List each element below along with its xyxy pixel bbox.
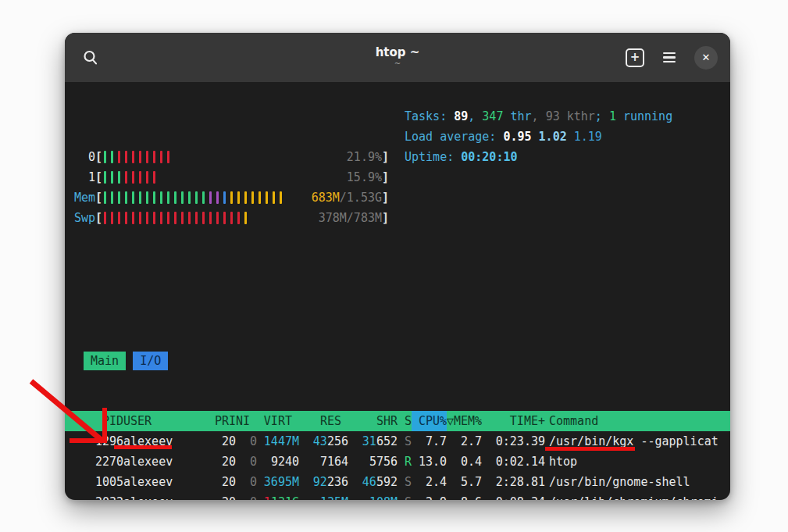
- text-segment: 5.7: [461, 475, 482, 489]
- meter-bar: [139, 151, 141, 163]
- text-segment: 378M/783M: [319, 211, 382, 225]
- cell-cmd: /usr/bin/kgx --gapplicat: [545, 431, 722, 452]
- cell-virt: 1131G: [257, 492, 299, 500]
- cell-shr: 46592: [348, 472, 398, 492]
- text-segment: 0.95: [503, 130, 531, 144]
- text-segment: 2.4: [426, 475, 447, 489]
- meter-caption: 1: [74, 167, 95, 187]
- text-segment: 43: [313, 434, 327, 448]
- text-segment: 0.4: [461, 455, 482, 469]
- swp-meter: Swp[378M/783M]: [74, 208, 722, 228]
- screen-tabs: MainI/O: [74, 350, 722, 370]
- cell-ni: 0: [236, 431, 257, 452]
- meter-bar: [104, 212, 106, 224]
- cell-mem: 0.4: [447, 452, 482, 472]
- mem-meter: Mem[683M/1.53G]: [74, 187, 722, 208]
- text-segment: alexeev: [123, 475, 173, 489]
- text-segment: ]: [382, 150, 389, 164]
- text-segment: 1296: [95, 434, 123, 448]
- tab-io[interactable]: I/O: [133, 352, 168, 370]
- meter-caption: 0: [74, 147, 95, 167]
- column-header-pid[interactable]: PID: [74, 411, 123, 431]
- meter-bar: [153, 212, 155, 224]
- column-header-s[interactable]: S: [398, 411, 412, 431]
- meter-bar: [125, 151, 127, 163]
- meter-bar: [160, 151, 162, 163]
- meter-bar: [132, 151, 134, 163]
- system-stats: Tasks: 89, 347 thr, 93 kthr; 1 runningLo…: [405, 106, 672, 167]
- column-header-ni[interactable]: NI: [236, 411, 257, 431]
- tab-main[interactable]: Main: [84, 352, 126, 370]
- column-header-shr[interactable]: SHR: [348, 411, 398, 431]
- meter-bar: [237, 212, 240, 224]
- terminal-content: 0[21.9%]1[15.9%]Mem[683M/1.53G]Swp[378M/…: [65, 82, 730, 500]
- process-row[interactable]: 2032alexeev2001131G135M108MS2.98.60:08.3…: [74, 492, 722, 500]
- meter-bar: [216, 191, 219, 204]
- text-segment: 20: [222, 475, 236, 489]
- new-tab-button[interactable]: +: [626, 48, 644, 67]
- meter-bar: [132, 171, 134, 184]
- text-segment: ]: [382, 211, 389, 225]
- cell-s: R: [398, 452, 412, 472]
- column-header-cpu[interactable]: CPU%: [412, 411, 447, 431]
- meter-bracket: [: [95, 208, 102, 228]
- column-header-user[interactable]: USER: [123, 411, 194, 431]
- cell-pid: 1005: [74, 472, 123, 492]
- meter-bar: [223, 212, 226, 224]
- meter-bar: [125, 212, 127, 224]
- cell-time: 2:28.81: [482, 472, 545, 492]
- cell-mem: 8.6: [447, 492, 482, 500]
- cell-cpu: 13.0: [412, 452, 447, 472]
- column-header-pri[interactable]: PRI: [194, 411, 236, 431]
- meter-bar: [188, 191, 191, 204]
- meter-bar: [153, 171, 155, 184]
- text-segment: htop: [549, 455, 577, 469]
- cell-res: 43256: [299, 431, 348, 452]
- column-header-res[interactable]: RES: [299, 411, 348, 431]
- search-button[interactable]: [80, 48, 101, 68]
- meter-bar: [118, 212, 120, 224]
- meter-bars: [104, 191, 282, 204]
- column-header-cmd[interactable]: Command: [545, 411, 722, 431]
- text-segment: 108M: [369, 495, 398, 500]
- menu-button[interactable]: [663, 52, 676, 63]
- text-segment: ]: [382, 191, 389, 205]
- text-segment: 3695M: [264, 475, 299, 489]
- process-row[interactable]: 1296alexeev2001447M4325631652S7.72.70:23…: [74, 431, 722, 452]
- column-header-time[interactable]: TIME+: [482, 411, 545, 431]
- meter-bar: [167, 212, 169, 224]
- meter-bar: [174, 212, 176, 224]
- plus-icon: +: [630, 52, 640, 63]
- text-segment: 347: [482, 109, 503, 123]
- blank-line: [74, 289, 722, 309]
- meter-bar: [167, 151, 169, 163]
- text-segment: ,: [532, 109, 546, 123]
- process-row[interactable]: 2270alexeev200924071645756R13.00.40:02.1…: [74, 452, 722, 472]
- meter-bar: [230, 191, 233, 204]
- column-header-virt[interactable]: VIRT: [257, 411, 299, 431]
- text-segment: 1: [609, 109, 616, 123]
- cell-virt: 1447M: [257, 431, 299, 452]
- process-row[interactable]: 1005alexeev2003695M9223646592S2.45.72:28…: [74, 472, 722, 492]
- meter-bar: [118, 171, 120, 184]
- cpu1-meter: 1[15.9%]: [74, 167, 722, 187]
- column-header-mem[interactable]: ▽MEM%: [447, 411, 482, 431]
- text-segment: 2:28.81: [496, 475, 545, 489]
- cell-time: 0:08.34: [482, 492, 545, 500]
- text-segment: S: [405, 475, 412, 489]
- window-title: htop ~: [376, 46, 420, 59]
- cell-shr: 5756: [348, 452, 398, 472]
- meter-bar: [259, 191, 261, 204]
- meter-bar: [139, 171, 141, 184]
- cell-shr: 31652: [348, 431, 398, 452]
- text-segment: 1.19: [574, 130, 602, 144]
- text-segment: ;: [595, 109, 609, 123]
- text-segment: S: [405, 495, 412, 500]
- meter-bar: [153, 151, 155, 163]
- text-segment: 0:02.14: [496, 455, 545, 469]
- meter-bar: [146, 171, 148, 184]
- cell-user: alexeev: [123, 492, 194, 500]
- text-segment: 131G: [271, 495, 299, 500]
- close-button[interactable]: ✕: [694, 46, 718, 70]
- search-icon: [82, 49, 99, 66]
